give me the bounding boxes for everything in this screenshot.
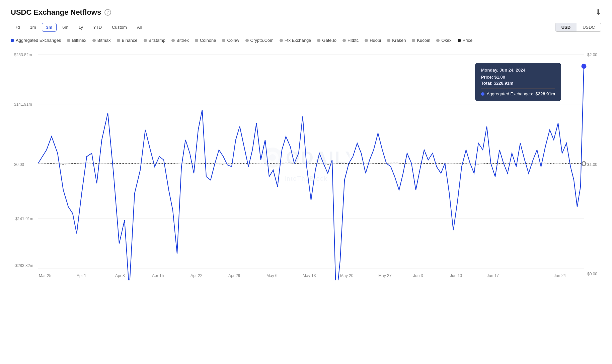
x-label-8: May 13 bbox=[303, 273, 316, 278]
y-label-bottom: -$283.82m bbox=[14, 263, 33, 268]
download-icon[interactable]: ⬇ bbox=[595, 8, 601, 17]
legend-dot bbox=[171, 39, 175, 42]
legend-dot bbox=[342, 39, 346, 42]
x-label-9: May 20 bbox=[340, 273, 354, 278]
legend-item-okex[interactable]: Okex bbox=[436, 38, 451, 43]
legend-label: Bitmax bbox=[97, 38, 111, 43]
legend-row: Aggregated ExchangesBitfinexBitmaxBinanc… bbox=[11, 38, 601, 43]
legend-label: Kucoin bbox=[417, 38, 430, 43]
y-label-mid-high: $141.91m bbox=[14, 102, 32, 107]
y-label-top: $283.82m bbox=[14, 53, 32, 57]
legend-dot bbox=[387, 39, 390, 42]
price-endpoint-inner bbox=[583, 162, 585, 165]
legend-label: Bitstamp bbox=[149, 38, 166, 43]
legend-item-coinone[interactable]: Coinone bbox=[195, 38, 216, 43]
legend-label: Bitfinex bbox=[72, 38, 86, 43]
controls-row: 7d1m3m6m1yYTDCustomAll USDUSDC bbox=[11, 23, 601, 32]
legend-dot bbox=[92, 39, 96, 42]
y-label-zero: $0.00 bbox=[14, 162, 24, 167]
time-buttons-group: 7d1m3m6m1yYTDCustomAll bbox=[11, 23, 146, 32]
currency-btn-usd[interactable]: USD bbox=[555, 23, 577, 31]
legend-dot bbox=[412, 39, 415, 42]
legend-dot bbox=[117, 39, 120, 42]
legend-dot bbox=[11, 39, 14, 42]
y-label-mid-low: -$141.91m bbox=[14, 216, 33, 221]
legend-label: Aggregated Exchanges bbox=[16, 38, 61, 43]
time-btn-all[interactable]: All bbox=[133, 23, 146, 32]
time-btn-3m[interactable]: 3m bbox=[42, 23, 57, 32]
x-label-5: Apr 22 bbox=[190, 273, 203, 278]
y-right-bottom: $0.00 bbox=[587, 272, 597, 276]
x-label-7: May 6 bbox=[266, 273, 278, 278]
legend-label: Hitbtc bbox=[348, 38, 359, 43]
chart-area: ODAILY IntoTheBlock Monday, Jun 24, 2024… bbox=[11, 46, 601, 280]
x-label-10: May 27 bbox=[378, 273, 392, 278]
legend-item-hitbtc[interactable]: Hitbtc bbox=[342, 38, 359, 43]
legend-dot bbox=[144, 39, 147, 42]
help-icon[interactable]: ? bbox=[104, 9, 111, 16]
legend-label: Crypto.Com bbox=[250, 38, 274, 43]
legend-item-aggregated-exchanges[interactable]: Aggregated Exchanges bbox=[11, 38, 61, 43]
y-right-top: $2.00 bbox=[587, 53, 597, 57]
x-label-2: Apr 1 bbox=[77, 273, 86, 278]
legend-dot bbox=[222, 39, 225, 42]
time-btn-6m[interactable]: 6m bbox=[58, 23, 73, 32]
legend-dot bbox=[317, 39, 320, 42]
legend-dot bbox=[245, 39, 249, 42]
legend-item-price[interactable]: Price bbox=[458, 38, 473, 43]
legend-label: Price bbox=[463, 38, 473, 43]
x-label-13: Jun 17 bbox=[487, 273, 499, 278]
legend-item-kucoin[interactable]: Kucoin bbox=[412, 38, 430, 43]
netflow-endpoint bbox=[582, 64, 586, 69]
legend-item-coinw[interactable]: Coinw bbox=[222, 38, 239, 43]
legend-dot bbox=[67, 39, 70, 42]
legend-label: Coinw bbox=[227, 38, 239, 43]
legend-item-bitfinex[interactable]: Bitfinex bbox=[67, 38, 86, 43]
legend-dot bbox=[195, 39, 198, 42]
legend-item-bitstamp[interactable]: Bitstamp bbox=[144, 38, 166, 43]
legend-label: Bittrex bbox=[176, 38, 189, 43]
legend-item-ftx-exchange[interactable]: Ftx Exchange bbox=[280, 38, 311, 43]
time-btn-ytd[interactable]: YTD bbox=[89, 23, 106, 32]
legend-label: Kraken bbox=[392, 38, 406, 43]
legend-label: Coinone bbox=[200, 38, 216, 43]
legend-label: Huobi bbox=[370, 38, 381, 43]
x-label-4: Apr 15 bbox=[152, 273, 164, 278]
legend-dot bbox=[458, 39, 461, 42]
legend-dot bbox=[365, 39, 368, 42]
legend-label: Gate.Io bbox=[322, 38, 336, 43]
legend-label: Ftx Exchange bbox=[285, 38, 311, 43]
legend-dot bbox=[280, 39, 283, 42]
chart-svg: $283.82m $141.91m $0.00 -$141.91m -$283.… bbox=[11, 46, 601, 280]
time-btn-7d[interactable]: 7d bbox=[11, 23, 24, 32]
legend-item-crypto-com[interactable]: Crypto.Com bbox=[245, 38, 274, 43]
page-title: USDC Exchange Netflows bbox=[11, 8, 101, 17]
time-btn-1y[interactable]: 1y bbox=[74, 23, 87, 32]
netflow-blue-line bbox=[38, 66, 584, 280]
legend-item-kraken[interactable]: Kraken bbox=[387, 38, 406, 43]
currency-toggle: USDUSDC bbox=[555, 23, 601, 32]
legend-item-bitmax[interactable]: Bitmax bbox=[92, 38, 111, 43]
header-row: USDC Exchange Netflows ? ⬇ bbox=[11, 8, 601, 17]
legend-item-huobi[interactable]: Huobi bbox=[365, 38, 381, 43]
legend-item-binance[interactable]: Binance bbox=[117, 38, 138, 43]
currency-btn-usdc[interactable]: USDC bbox=[577, 23, 601, 31]
title-area: USDC Exchange Netflows ? bbox=[11, 8, 111, 17]
y-right-mid: $1.00 bbox=[587, 162, 597, 167]
legend-item-gate-io[interactable]: Gate.Io bbox=[317, 38, 336, 43]
legend-item-bittrex[interactable]: Bittrex bbox=[171, 38, 189, 43]
time-btn-custom[interactable]: Custom bbox=[107, 23, 131, 32]
x-label-14: Jun 24 bbox=[554, 273, 566, 278]
legend-dot bbox=[436, 39, 440, 42]
x-label-11: Jun 3 bbox=[413, 273, 423, 278]
legend-label: Okex bbox=[441, 38, 451, 43]
x-label-6: Apr 29 bbox=[228, 273, 240, 278]
legend-label: Binance bbox=[122, 38, 138, 43]
time-btn-1m[interactable]: 1m bbox=[25, 23, 40, 32]
x-label-12: Jun 10 bbox=[450, 273, 462, 278]
x-label-3: Apr 8 bbox=[115, 273, 125, 278]
x-label-1: Mar 25 bbox=[39, 273, 52, 278]
